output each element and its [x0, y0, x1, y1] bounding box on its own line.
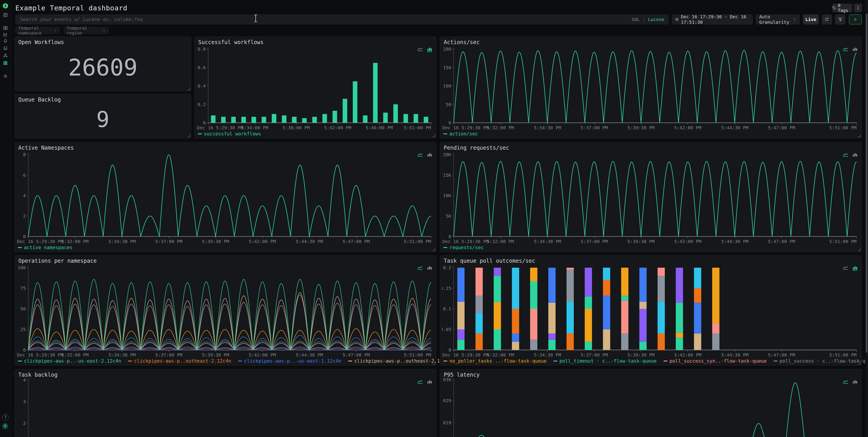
legend-item[interactable]: clickpipes-aws-p..-us-east-2.12c4n [18, 358, 121, 364]
svg-text:0: 0 [23, 347, 26, 353]
legend-item[interactable]: action/sec [443, 131, 478, 136]
svg-text:5:51:00 PM: 5:51:00 PM [829, 352, 857, 357]
chart-type-toggles[interactable] [842, 152, 858, 158]
panel-task-queue-poll-outcomes: Task queue poll outcomes/sec 00.050.10.1… [440, 255, 862, 366]
operations-chart[interactable]: 0255075100Dec 16 5:29:30 PM5:32:00 PM5:3… [17, 263, 434, 357]
pending-requests-chart[interactable]: 05K10K15K20KDec 16 5:29:30 PM5:32:00 PM5… [442, 151, 860, 244]
actions-chart[interactable]: 050100150200Dec 16 5:29:30 PM5:32:00 PM5… [442, 45, 860, 130]
panel-resize-handle[interactable] [187, 87, 190, 90]
chart-legend: requests/sec [443, 244, 484, 251]
panel-resize-handle[interactable] [187, 134, 190, 137]
chart-type-toggles[interactable] [417, 379, 432, 385]
legend-item[interactable]: poll_timeout · c..-flow-task-queue [553, 358, 657, 364]
panel-resize-handle[interactable] [432, 248, 435, 251]
legend-item[interactable]: successful workflows [198, 131, 261, 136]
active-namespaces-chart[interactable]: 02468Dec 16 5:29:30 PM5:32:00 PM5:34:30 … [17, 151, 434, 244]
panel-queue-backlog: Queue Backlog 9 [14, 94, 191, 138]
legend-item[interactable]: clickpipes-aws-p..-us-east-1.12c4n [238, 358, 341, 364]
chart-type-toggles[interactable] [842, 379, 858, 385]
settings-gear-icon[interactable] [3, 74, 8, 79]
run-query-button[interactable] [849, 14, 862, 24]
lucene-mode-toggle[interactable]: Lucene [648, 17, 664, 22]
legend-label: active namespaces [24, 245, 72, 250]
legend-item[interactable]: poll_success_syn..-flow-task-queue [663, 358, 767, 364]
svg-text:5:47:00 PM: 5:47:00 PM [768, 239, 795, 244]
alerts-bell-icon[interactable] [3, 38, 8, 43]
chart-type-toggles[interactable] [417, 152, 432, 158]
time-range-picker[interactable]: Dec 16 17:29:30 - Dec 16 17:51:30 [672, 14, 753, 24]
tables-icon[interactable] [3, 26, 8, 31]
successful-workflows-chart[interactable]: 00.20.40.60.8Dec 16 5:29:30 PM5:34:00 PM… [196, 45, 434, 130]
chart-explorer-icon[interactable] [3, 32, 8, 37]
search-input[interactable] [20, 17, 632, 22]
legend-dash [348, 361, 352, 362]
panel-resize-handle[interactable] [432, 134, 435, 137]
filter-temporal-region[interactable]: Temporal region [64, 27, 108, 34]
chart-type-toggles[interactable] [842, 266, 858, 271]
panel-p95-latency: P95 latency 0.0380.0290.019 [440, 369, 862, 437]
sessions-monitor-icon[interactable] [3, 46, 8, 51]
line-chart-toggle-icon[interactable] [842, 152, 848, 158]
bar-chart-toggle-icon[interactable] [852, 47, 858, 52]
bar-chart-toggle-icon[interactable] [427, 379, 432, 385]
line-chart-toggle-icon[interactable] [417, 47, 423, 52]
chart-type-toggles[interactable] [417, 266, 432, 271]
edit-filters-button[interactable] [835, 14, 845, 24]
svg-text:Dec 16 5:29:30 PM: Dec 16 5:29:30 PM [442, 125, 489, 130]
svg-text:5:37:00 PM: 5:37:00 PM [155, 239, 182, 244]
dashboards-icon[interactable] [3, 61, 8, 66]
chart-type-toggles[interactable] [842, 47, 858, 52]
legend-item[interactable]: active namespaces [18, 245, 72, 250]
tags-button[interactable]: 0 Tags [832, 4, 852, 12]
legend-item[interactable]: requests/sec [443, 245, 484, 250]
panel-actions-per-sec: Actions/sec 050100150200Dec 16 5:29:30 P… [440, 37, 862, 138]
bar-chart-toggle-icon[interactable] [852, 266, 858, 271]
panel-resize-handle[interactable] [858, 362, 861, 365]
granularity-select[interactable]: Auto Granularity [756, 14, 800, 24]
svg-text:5:34:30 PM: 5:34:30 PM [108, 352, 135, 357]
legend-dash [663, 361, 668, 362]
svg-text:10K: 10K [443, 193, 451, 198]
svg-text:0.038: 0.038 [442, 378, 451, 382]
legend-item[interactable]: clickpipes-aws-p..outheast-2.12c4n [128, 358, 231, 364]
panel-successful-workflows: Successful workflows 00.20.40.60.8Dec 16… [194, 37, 436, 138]
line-chart-toggle-icon[interactable] [842, 266, 848, 271]
help-button[interactable]: ? [2, 414, 9, 420]
line-chart-toggle-icon[interactable] [417, 152, 423, 158]
bar-chart-toggle-icon[interactable] [427, 152, 432, 158]
task-queue-chart[interactable]: 00.050.10.150.2Dec 16 5:29:30 PM5:32:00 … [442, 263, 860, 357]
live-button[interactable]: Live [803, 14, 819, 24]
line-chart-toggle-icon[interactable] [842, 379, 848, 385]
panel-resize-handle[interactable] [858, 134, 861, 137]
panel-resize-handle[interactable] [858, 248, 861, 251]
panel-resize-handle[interactable] [432, 362, 435, 365]
line-chart-toggle-icon[interactable] [842, 47, 848, 52]
task-backlog-chart[interactable]: 432 [17, 378, 434, 437]
scrollbar-thumb[interactable] [866, 13, 868, 353]
refresh-button[interactable] [822, 14, 832, 24]
service-map-icon[interactable] [3, 53, 8, 58]
dashboard-menu-button[interactable] [854, 4, 862, 12]
legend-dash [443, 133, 447, 134]
collapse-sidebar-icon[interactable] [3, 12, 8, 18]
bar-chart-toggle-icon[interactable] [852, 379, 858, 385]
legend-item[interactable]: no_poller_tasks ..-flow-task-queue [443, 358, 547, 364]
filter-temporal-namespace[interactable]: Temporal namespace [16, 27, 60, 34]
legend-item[interactable]: clickpipes-aws-p..outheast-2.12c4n [348, 358, 452, 364]
chevron-updown-icon [54, 29, 57, 32]
user-avatar[interactable]: D [2, 423, 8, 429]
bar-chart-toggle-icon[interactable] [852, 152, 858, 158]
svg-text:0.8: 0.8 [197, 46, 206, 52]
app-logo-icon[interactable] [2, 3, 8, 9]
sql-mode-toggle[interactable]: SQL [632, 17, 640, 22]
chart-type-toggles[interactable] [417, 47, 432, 52]
bar-chart-toggle-icon[interactable] [427, 47, 432, 52]
line-chart-toggle-icon[interactable] [417, 379, 423, 385]
legend-item[interactable]: poll_success · c..-flow-task-queue [774, 358, 868, 364]
svg-text:Dec 16 5:29:30 PM: Dec 16 5:29:30 PM [197, 125, 243, 130]
svg-text:0: 0 [448, 120, 451, 125]
svg-text:25: 25 [20, 327, 26, 332]
p95-latency-chart[interactable]: 0.0380.0290.019 [442, 378, 860, 437]
bar-chart-toggle-icon[interactable] [427, 266, 432, 271]
line-chart-toggle-icon[interactable] [417, 266, 423, 271]
